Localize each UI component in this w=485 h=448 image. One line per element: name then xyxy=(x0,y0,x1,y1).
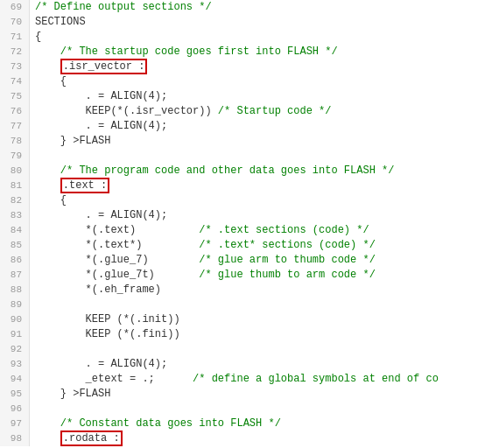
line-num-92: 92 xyxy=(0,342,30,357)
code-line-76: 76 KEEP(*(.isr_vector)) /* Startup code … xyxy=(0,104,485,119)
code-line-88: 88 *(.eh_frame) xyxy=(0,283,485,298)
code-line-96: 96 xyxy=(0,402,485,416)
line-content-87: *(.glue_7t) /* glue thumb to arm code */ xyxy=(30,268,485,283)
line-num-78: 78 xyxy=(0,134,30,149)
line-num-84: 84 xyxy=(0,223,30,238)
line-num-98: 98 xyxy=(0,431,30,446)
line-content-95: } >FLASH xyxy=(30,387,485,402)
line-content-78: } >FLASH xyxy=(30,134,485,149)
line-num-85: 85 xyxy=(0,238,30,253)
line-num-69: 69 xyxy=(0,0,30,15)
line-num-77: 77 xyxy=(0,119,30,134)
line-num-80: 80 xyxy=(0,164,30,178)
line-num-76: 76 xyxy=(0,104,30,119)
code-line-92: 92 xyxy=(0,342,485,357)
line-content-88: *(.eh_frame) xyxy=(30,283,485,298)
code-line-87: 87 *(.glue_7t) /* glue thumb to arm code… xyxy=(0,268,485,283)
line-num-74: 74 xyxy=(0,74,30,89)
code-line-98: 98 .rodata : xyxy=(0,431,485,446)
line-content-69: /* Define output sections */ xyxy=(30,0,485,15)
code-line-95: 95 } >FLASH xyxy=(0,387,485,402)
line-num-86: 86 xyxy=(0,253,30,268)
line-content-70: SECTIONS xyxy=(30,15,485,30)
line-num-89: 89 xyxy=(0,298,30,312)
line-num-95: 95 xyxy=(0,387,30,402)
line-num-93: 93 xyxy=(0,357,30,372)
line-num-97: 97 xyxy=(0,416,30,431)
line-content-80: /* The program code and other data goes … xyxy=(30,164,485,178)
line-content-86: *(.glue_7) /* glue arm to thumb code */ xyxy=(30,253,485,268)
line-content-97: /* Constant data goes into FLASH */ xyxy=(30,416,485,431)
line-num-70: 70 xyxy=(0,15,30,30)
line-num-82: 82 xyxy=(0,193,30,208)
code-line-75: 75 . = ALIGN(4); xyxy=(0,89,485,104)
line-content-94: _etext = .; /* define a global symbols a… xyxy=(30,372,485,387)
line-num-72: 72 xyxy=(0,45,30,60)
line-content-77: . = ALIGN(4); xyxy=(30,119,485,134)
code-line-97: 97 /* Constant data goes into FLASH */ xyxy=(0,416,485,431)
code-line-89: 89 xyxy=(0,298,485,312)
line-content-76: KEEP(*(.isr_vector)) /* Startup code */ xyxy=(30,104,485,119)
code-line-94: 94 _etext = .; /* define a global symbol… xyxy=(0,372,485,387)
rodata-highlight: .rodata : xyxy=(60,430,123,446)
code-line-77: 77 . = ALIGN(4); xyxy=(0,119,485,134)
code-line-79: 79 xyxy=(0,149,485,164)
line-num-88: 88 xyxy=(0,283,30,298)
line-content-71: { xyxy=(30,30,485,45)
line-content-72: /* The startup code goes first into FLAS… xyxy=(30,45,485,60)
line-content-90: KEEP (*(.init)) xyxy=(30,312,485,327)
line-num-91: 91 xyxy=(0,327,30,342)
code-line-81: 81 .text : xyxy=(0,178,485,193)
line-content-81: .text : xyxy=(30,178,485,193)
code-line-73: 73 .isr_vector : xyxy=(0,60,485,74)
code-line-69: 69 /* Define output sections */ xyxy=(0,0,485,15)
code-line-82: 82 { xyxy=(0,193,485,208)
line-content-82: { xyxy=(30,193,485,208)
line-content-74: { xyxy=(30,74,485,89)
line-num-94: 94 xyxy=(0,372,30,387)
code-line-78: 78 } >FLASH xyxy=(0,134,485,149)
line-content-91: KEEP (*(.fini)) xyxy=(30,327,485,342)
text-highlight: .text : xyxy=(60,178,109,193)
line-num-79: 79 xyxy=(0,149,30,164)
code-line-80: 80 /* The program code and other data go… xyxy=(0,164,485,178)
code-line-71: 71 { xyxy=(0,30,485,45)
line-num-96: 96 xyxy=(0,402,30,416)
line-content-83: . = ALIGN(4); xyxy=(30,208,485,223)
line-content-84: *(.text) /* .text sections (code) */ xyxy=(30,223,485,238)
line-num-83: 83 xyxy=(0,208,30,223)
code-line-85: 85 *(.text*) /* .text* sections (code) *… xyxy=(0,238,485,253)
line-num-75: 75 xyxy=(0,89,30,104)
line-content-93: . = ALIGN(4); xyxy=(30,357,485,372)
line-content-98: .rodata : xyxy=(30,431,485,446)
code-line-91: 91 KEEP (*(.fini)) xyxy=(0,327,485,342)
code-editor: 69 /* Define output sections */ 70 SECTI… xyxy=(0,0,485,446)
code-line-70: 70 SECTIONS xyxy=(0,15,485,30)
code-line-72: 72 /* The startup code goes first into F… xyxy=(0,45,485,60)
code-line-93: 93 . = ALIGN(4); xyxy=(0,357,485,372)
line-num-73: 73 xyxy=(0,60,30,74)
line-num-90: 90 xyxy=(0,312,30,327)
code-line-83: 83 . = ALIGN(4); xyxy=(0,208,485,223)
line-content-85: *(.text*) /* .text* sections (code) */ xyxy=(30,238,485,253)
isr-vector-highlight: .isr_vector : xyxy=(60,59,148,74)
line-num-81: 81 xyxy=(0,178,30,193)
code-line-84: 84 *(.text) /* .text sections (code) */ xyxy=(0,223,485,238)
line-num-87: 87 xyxy=(0,268,30,283)
line-num-71: 71 xyxy=(0,30,30,45)
line-content-73: .isr_vector : xyxy=(30,60,485,74)
code-line-74: 74 { xyxy=(0,74,485,89)
code-line-86: 86 *(.glue_7) /* glue arm to thumb code … xyxy=(0,253,485,268)
code-line-90: 90 KEEP (*(.init)) xyxy=(0,312,485,327)
line-content-75: . = ALIGN(4); xyxy=(30,89,485,104)
